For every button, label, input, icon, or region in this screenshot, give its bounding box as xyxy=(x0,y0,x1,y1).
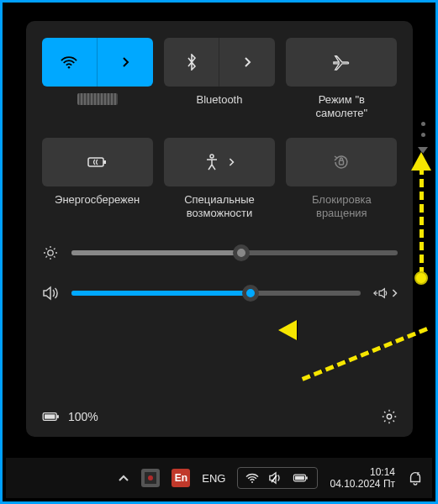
chevron-right-icon xyxy=(391,288,398,298)
battery-icon xyxy=(292,472,310,484)
battery-saver-tile[interactable] xyxy=(42,138,153,186)
svg-line-13 xyxy=(54,249,55,250)
svg-rect-22 xyxy=(306,476,308,479)
panel-footer: 100% xyxy=(41,408,398,425)
volume-slider[interactable] xyxy=(71,291,361,296)
chevron-right-icon xyxy=(121,56,129,68)
svg-point-0 xyxy=(68,66,71,69)
chevron-right-icon xyxy=(243,56,251,68)
overflow-dot xyxy=(421,133,425,137)
volume-slider-row xyxy=(41,286,398,301)
svg-rect-16 xyxy=(45,414,55,418)
tray-app-icon[interactable] xyxy=(141,469,160,487)
airplane-label: Режим "в самолете" xyxy=(315,93,367,121)
wifi-expand[interactable] xyxy=(97,38,153,87)
clock-date: 04.10.2024 Пт xyxy=(330,478,395,490)
system-tray-group[interactable] xyxy=(237,467,318,489)
wifi-tile-group xyxy=(41,38,153,121)
chevron-down-icon xyxy=(418,147,428,154)
svg-point-20 xyxy=(252,481,254,483)
airplane-tile-group: Режим "в самолете" xyxy=(286,38,398,121)
wifi-toggle[interactable] xyxy=(42,38,98,87)
wifi-tile[interactable] xyxy=(42,38,153,87)
settings-button[interactable] xyxy=(381,408,398,425)
battery-saver-tile-group: Энергосбережен xyxy=(41,138,153,221)
annotation-line xyxy=(420,166,424,276)
accessibility-icon xyxy=(204,154,219,171)
wifi-label-redacted xyxy=(77,93,118,105)
airplane-tile[interactable] xyxy=(286,38,397,87)
bluetooth-tile-group: Bluetooth xyxy=(163,38,275,121)
battery-icon xyxy=(41,410,61,423)
bluetooth-expand[interactable] xyxy=(219,38,275,87)
taskbar: En ENG 10:14 04.10.2024 Пт z xyxy=(6,458,432,498)
bluetooth-icon xyxy=(186,54,198,71)
svg-line-11 xyxy=(54,256,55,258)
accessibility-label: Специальные возможности xyxy=(184,193,255,221)
audio-output-icon xyxy=(372,286,388,300)
svg-line-12 xyxy=(46,256,48,258)
brightness-slider[interactable] xyxy=(71,250,398,255)
accessibility-tile[interactable] xyxy=(164,138,275,186)
rotation-lock-icon xyxy=(332,154,351,171)
svg-rect-15 xyxy=(56,415,59,418)
svg-point-19 xyxy=(148,475,153,480)
rotation-lock-tile-group: Блокировка вращения xyxy=(286,138,398,221)
wifi-icon xyxy=(60,55,78,70)
wifi-icon xyxy=(245,472,260,484)
tiles-grid: Bluetooth Режим "в самолете" xyxy=(41,38,398,220)
tray-overflow-button[interactable] xyxy=(118,474,129,482)
overflow-dot xyxy=(421,122,425,126)
input-indicator-text: En xyxy=(175,472,187,484)
svg-rect-2 xyxy=(103,160,106,164)
svg-point-3 xyxy=(210,155,214,158)
svg-line-10 xyxy=(46,249,48,250)
bluetooth-label: Bluetooth xyxy=(197,93,243,107)
bluetooth-toggle[interactable] xyxy=(164,38,219,87)
svg-rect-4 xyxy=(340,160,344,165)
volume-output-button[interactable] xyxy=(372,286,398,300)
volume-icon xyxy=(268,471,283,485)
rotation-lock-label: Блокировка вращения xyxy=(312,193,372,221)
brightness-icon xyxy=(41,245,60,260)
svg-point-5 xyxy=(48,250,53,255)
taskbar-clock[interactable]: 10:14 04.10.2024 Пт xyxy=(330,466,395,491)
sliders-section xyxy=(41,245,398,301)
brightness-slider-row xyxy=(41,245,398,260)
language-indicator[interactable]: ENG xyxy=(202,472,225,485)
battery-status[interactable]: 100% xyxy=(41,410,98,423)
airplane-icon xyxy=(332,54,351,71)
battery-saver-label: Энергосбережен xyxy=(55,193,140,207)
rotation-lock-tile[interactable] xyxy=(286,138,397,186)
accessibility-tile-group: Специальные возможности xyxy=(163,138,275,221)
quick-settings-panel: Bluetooth Режим "в самолете" xyxy=(26,21,413,437)
svg-text:z: z xyxy=(417,470,420,476)
battery-text: 100% xyxy=(68,410,98,423)
panel-overflow-controls[interactable] xyxy=(418,122,428,154)
svg-point-17 xyxy=(387,414,391,418)
volume-icon xyxy=(41,286,60,301)
bluetooth-tile[interactable] xyxy=(164,38,275,87)
input-indicator-badge[interactable]: En xyxy=(172,469,190,487)
chevron-right-icon xyxy=(228,157,235,167)
clock-time: 10:14 xyxy=(370,466,395,478)
svg-rect-23 xyxy=(295,476,304,480)
battery-saver-icon xyxy=(87,155,108,170)
notifications-button[interactable]: z xyxy=(407,470,424,486)
